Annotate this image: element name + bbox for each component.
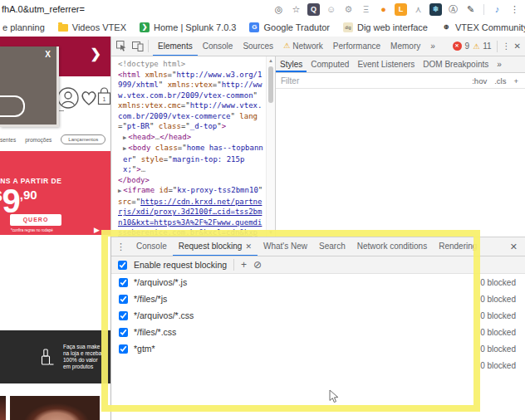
bookmark-splunk[interactable]: ❯Home | Splunk 7.0.3 bbox=[140, 22, 236, 32]
scroll-down-icon[interactable]: ▼ bbox=[267, 228, 275, 237]
scroll-up-icon[interactable]: ▲ bbox=[267, 56, 275, 65]
ext-pumpkin-icon[interactable]: ● bbox=[377, 3, 390, 16]
promo-cta-button[interactable]: QUERO bbox=[10, 214, 61, 226]
devtools-tab-performance[interactable]: Performance bbox=[328, 37, 385, 56]
pattern-checkbox[interactable] bbox=[119, 344, 128, 354]
pattern-checkbox[interactable] bbox=[119, 311, 128, 320]
warning-icon[interactable]: ⚠ bbox=[473, 42, 479, 51]
dom-node[interactable]: ▶<iframe id="kx-proxy-tss2bmn10" src="ht… bbox=[115, 185, 264, 237]
pattern-text[interactable]: */arquivos/*.css bbox=[134, 310, 194, 320]
blocked-count: 0 blocked bbox=[480, 311, 525, 320]
styles-tab-event-listeners[interactable]: Event Listeners bbox=[353, 56, 419, 72]
music-note-icon[interactable]: ♪ bbox=[491, 3, 503, 16]
pattern-text[interactable]: */files/*js bbox=[134, 294, 167, 304]
ext-face-icon[interactable]: ☺ bbox=[325, 3, 337, 16]
pattern-checkbox[interactable] bbox=[119, 295, 128, 304]
bookmark-dig[interactable]: digDig web interface bbox=[343, 22, 428, 32]
inspect-element-icon[interactable] bbox=[116, 41, 127, 51]
styles-tab-dom-breakpoints[interactable]: DOM Breakpoints bbox=[419, 56, 493, 72]
ext-l-badge-icon[interactable]: L bbox=[395, 3, 407, 16]
url-text[interactable]: fhA.0&utm_referrer= bbox=[0, 4, 85, 14]
popup-close-icon[interactable]: X bbox=[45, 50, 51, 59]
drawer-tab-request-blocking[interactable]: Request blocking✕ bbox=[173, 237, 258, 256]
tab-close-icon[interactable]: ✕ bbox=[245, 237, 252, 256]
nav-item-promo-es[interactable]: promoções bbox=[25, 137, 52, 143]
carousel-next-icon[interactable]: ❯ bbox=[91, 47, 101, 61]
expand-arrow-icon[interactable]: ▶ bbox=[123, 134, 126, 141]
bookmark-label: Home | Splunk 7.0.3 bbox=[154, 22, 236, 32]
ext-shield-icon[interactable]: Q bbox=[307, 3, 320, 16]
drawer-close-icon[interactable]: ✕ bbox=[510, 242, 525, 252]
error-count[interactable]: 9 bbox=[465, 42, 470, 51]
device-toolbar-icon[interactable] bbox=[132, 42, 144, 51]
elements-tree[interactable]: <!doctype html><html xmlns="http://www.w… bbox=[111, 56, 266, 237]
pattern-checkbox[interactable] bbox=[119, 328, 128, 337]
wishlist-heart-icon[interactable] bbox=[79, 89, 99, 107]
error-icon[interactable]: ✕ bbox=[453, 42, 462, 51]
warning-count[interactable]: 11 bbox=[483, 42, 491, 51]
dom-node[interactable]: ▶<head>…</head> bbox=[115, 132, 264, 144]
ext-gear-icon[interactable]: ⚙ bbox=[342, 3, 355, 16]
bookmark-planning[interactable]: e planning bbox=[2, 22, 45, 32]
pattern-checkbox[interactable] bbox=[119, 278, 128, 287]
page-send-icon[interactable]: ◎ bbox=[272, 3, 285, 16]
styles-tab-styles[interactable]: Styles bbox=[276, 56, 307, 72]
bookmark-star-icon[interactable]: ☆ bbox=[290, 3, 302, 16]
drawer-tab-search[interactable]: Search bbox=[313, 237, 351, 256]
expand-arrow-icon[interactable]: ▶ bbox=[123, 145, 126, 152]
ext-snowflake-icon[interactable]: ❄ bbox=[429, 3, 442, 16]
dom-node[interactable]: <html xmlns="http://www.w3.org/1999/xhtm… bbox=[115, 70, 264, 132]
devtools-tab-memory[interactable]: Memory bbox=[385, 37, 425, 56]
pseudo-state-toggle[interactable]: :hov bbox=[472, 76, 487, 85]
enable-request-blocking-checkbox[interactable] bbox=[118, 261, 127, 270]
bookmark-videos-vtex[interactable]: Videos VTEX bbox=[58, 22, 126, 32]
drawer-tab-console[interactable]: Console bbox=[130, 237, 173, 256]
nav-item-lan-amentos[interactable]: Lançamentos bbox=[61, 134, 105, 144]
devtools-tab-[interactable]: » bbox=[425, 37, 440, 56]
devtools-close-icon[interactable]: ✕ bbox=[514, 42, 521, 51]
promo-next-arrow-icon[interactable]: ▶ bbox=[94, 226, 100, 234]
drawer-menu-icon[interactable]: ⋮ bbox=[111, 242, 130, 252]
popup-button[interactable] bbox=[0, 95, 25, 117]
tab-label: Network bbox=[292, 37, 323, 56]
devtools-tab-elements[interactable]: Elements bbox=[153, 37, 198, 56]
ext-pen-icon[interactable]: ✎ bbox=[464, 3, 477, 16]
nav-item-sentes[interactable]: sentes bbox=[0, 137, 16, 143]
add-pattern-icon[interactable]: + bbox=[241, 260, 247, 270]
devtools-menu-icon[interactable]: ⋮ bbox=[503, 42, 511, 51]
styles-tab-computed[interactable]: Computed bbox=[307, 56, 353, 72]
devtools-tab-network[interactable]: ⚠Network bbox=[278, 37, 328, 56]
tab-label: Performance bbox=[333, 37, 380, 56]
pattern-text[interactable]: *gtm* bbox=[134, 344, 155, 354]
bookmark-vtex-community[interactable]: ⊕VTEX Community bbox=[441, 22, 525, 32]
pattern-text[interactable]: */files/*.css bbox=[134, 327, 176, 337]
drawer-tab-rendering[interactable]: Rendering bbox=[433, 237, 483, 256]
devtools-tab-sources[interactable]: Sources bbox=[238, 37, 278, 56]
remove-all-patterns-icon[interactable]: ⊘ bbox=[253, 260, 262, 270]
elements-scrollbar[interactable]: ▲ ▼ bbox=[266, 56, 275, 237]
drawer-tab-network-conditions[interactable]: Network conditions bbox=[351, 237, 433, 256]
promo-price-cents: ,90 bbox=[20, 188, 37, 202]
account-icon[interactable] bbox=[56, 86, 80, 110]
styles-tab-[interactable]: » bbox=[493, 56, 506, 72]
class-toggle[interactable]: .cls bbox=[494, 76, 506, 85]
pattern-text[interactable]: */arquivos/*.js bbox=[134, 277, 187, 287]
blocked-count: 0 blocked bbox=[480, 361, 525, 370]
cart-bag-icon[interactable]: 1 bbox=[97, 87, 111, 106]
bookmark-google-tradutor[interactable]: GGoogle Tradutor bbox=[249, 22, 330, 32]
styles-filter-input[interactable]: Filter bbox=[276, 76, 299, 85]
ext-e-icon[interactable]: Ξ bbox=[360, 3, 372, 16]
scrollbar-thumb[interactable] bbox=[268, 66, 273, 103]
ext-person-icon[interactable]: ⋏ bbox=[412, 3, 424, 16]
devtools-tab-console[interactable]: Console bbox=[198, 37, 238, 56]
drawer-tab-what-s-new[interactable]: What's New bbox=[258, 237, 313, 256]
dom-node[interactable]: <!doctype html> bbox=[115, 59, 264, 70]
new-rule-icon[interactable]: + bbox=[513, 76, 518, 85]
bookmark-label: VTEX Community bbox=[455, 22, 525, 32]
ext-circle-a-icon[interactable]: Ⓐ bbox=[447, 3, 459, 16]
dom-node[interactable]: </body> bbox=[115, 175, 264, 186]
dom-node[interactable]: ▶<body class="home has--topbanner" style… bbox=[115, 143, 264, 175]
blocked-pattern-row: */files/*.css0 blocked bbox=[111, 324, 525, 340]
browser-menu-icon[interactable]: ⋮ bbox=[508, 3, 521, 16]
expand-arrow-icon[interactable]: ▶ bbox=[118, 188, 121, 194]
